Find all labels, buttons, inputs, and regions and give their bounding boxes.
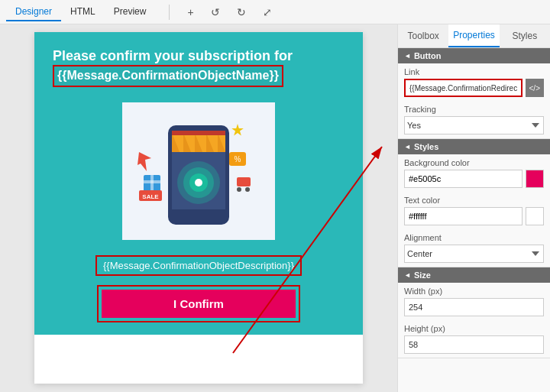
bg-color-field: Background color: [398, 154, 550, 192]
main-layout: Please confirm your subscription for {{M…: [0, 24, 550, 392]
bg-color-input[interactable]: [404, 170, 522, 188]
bg-color-row: [404, 170, 544, 188]
tab-toolbox[interactable]: Toolbox: [398, 24, 448, 47]
title-text: Please confirm your subscription for: [53, 48, 293, 63]
store-image: % SALE: [122, 102, 275, 240]
tab-preview[interactable]: Preview: [105, 3, 156, 21]
size-section-title: Size: [414, 271, 431, 280]
panel-tabs: Toolbox Properties Styles: [398, 24, 550, 48]
tab-designer[interactable]: Designer: [6, 3, 61, 21]
tab-styles[interactable]: Styles: [500, 24, 550, 47]
section-arrow-icon: ◄: [404, 52, 411, 60]
link-label: Link: [404, 67, 544, 76]
toolbar-separator: [169, 5, 170, 20]
button-section-header: ◄ Button: [398, 48, 550, 63]
email-canvas: Please confirm your subscription for {{M…: [34, 32, 363, 384]
bg-color-label: Background color: [404, 158, 544, 167]
text-color-label: Text color: [404, 196, 544, 205]
link-input-row: </>: [404, 79, 544, 97]
tracking-select[interactable]: Yes: [404, 116, 544, 134]
alignment-select[interactable]: Center: [404, 245, 544, 263]
resize-button[interactable]: ⤢: [259, 5, 276, 20]
store-illustration-svg: % SALE: [130, 110, 267, 232]
svg-marker-21: [138, 152, 151, 171]
description-variable: {{Message.ConfirmationObjectDescription}…: [95, 255, 302, 276]
height-input[interactable]: [404, 335, 544, 354]
email-header: Please confirm your subscription for {{M…: [34, 32, 363, 95]
width-input[interactable]: [404, 298, 544, 316]
tab-properties[interactable]: Properties: [448, 24, 499, 47]
tracking-label: Tracking: [404, 105, 544, 114]
link-input[interactable]: [404, 79, 522, 97]
height-field: Height (px): [398, 320, 550, 358]
email-body: {{Message.ConfirmationObjectDescription}…: [34, 248, 363, 335]
add-button[interactable]: +: [183, 5, 197, 20]
width-field: Width (px): [398, 283, 550, 320]
alignment-label: Alignment: [404, 233, 544, 242]
redo-button[interactable]: ↻: [233, 5, 250, 20]
tab-html[interactable]: HTML: [61, 3, 105, 21]
svg-rect-16: [237, 177, 251, 186]
width-label: Width (px): [404, 287, 544, 296]
toolbar-tabs: Designer HTML Preview: [6, 3, 155, 21]
email-title: Please confirm your subscription for {{M…: [53, 47, 345, 87]
panel-content: ◄ Button Link </> Tracking Yes: [398, 48, 550, 392]
styles-section-header: ◄ Styles: [398, 139, 550, 154]
styles-arrow-icon: ◄: [404, 143, 411, 151]
svg-text:%: %: [235, 155, 241, 164]
svg-text:SALE: SALE: [142, 193, 159, 200]
confirm-btn-wrapper: I Confirm: [97, 285, 300, 322]
undo-button[interactable]: ↺: [207, 5, 224, 20]
confirm-button[interactable]: I Confirm: [102, 290, 296, 318]
svg-marker-22: [231, 124, 244, 136]
text-color-row: [404, 207, 544, 225]
text-color-field: Text color: [398, 192, 550, 229]
link-field: Link </>: [398, 63, 550, 101]
size-section-header: ◄ Size: [398, 267, 550, 283]
svg-rect-15: [144, 180, 160, 183]
right-panel: Toolbox Properties Styles ◄ Button Link …: [397, 24, 550, 392]
canvas-area[interactable]: Please confirm your subscription for {{M…: [0, 24, 397, 392]
alignment-field: Alignment Center: [398, 229, 550, 267]
text-color-swatch[interactable]: [526, 207, 544, 225]
link-code-btn[interactable]: </>: [526, 79, 544, 97]
svg-point-18: [245, 187, 250, 192]
svg-point-12: [195, 179, 202, 186]
styles-section-title: Styles: [414, 142, 438, 151]
svg-rect-8: [172, 131, 225, 135]
svg-point-17: [237, 187, 241, 192]
email-image-area: % SALE: [34, 95, 363, 248]
bg-color-swatch[interactable]: [526, 170, 544, 188]
size-section: ◄ Size Width (px) Height (px): [398, 267, 550, 358]
button-section-title: Button: [414, 51, 441, 60]
styles-section: ◄ Styles Background color Text color: [398, 139, 550, 267]
title-variable: {{Message.ConfirmationObjectName}}: [53, 65, 283, 87]
tracking-field: Tracking Yes: [398, 101, 550, 138]
height-label: Height (px): [404, 324, 544, 333]
button-section: ◄ Button Link </> Tracking Yes: [398, 48, 550, 139]
text-color-input[interactable]: [404, 207, 522, 225]
size-arrow-icon: ◄: [404, 271, 411, 279]
toolbar: Designer HTML Preview + ↺ ↻ ⤢: [0, 0, 550, 24]
